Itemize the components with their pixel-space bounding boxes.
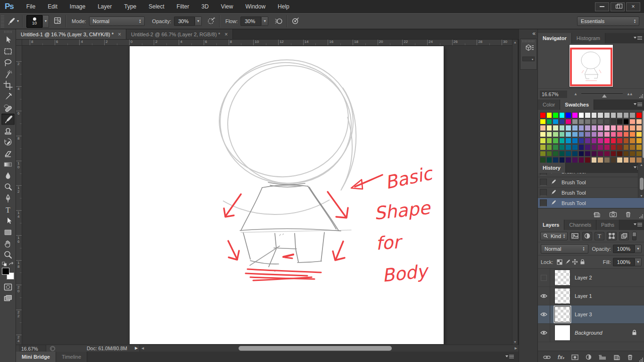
tab-history[interactable]: History (538, 163, 566, 173)
color-swatch[interactable] (540, 138, 546, 144)
color-swatch[interactable] (572, 132, 578, 138)
color-swatch[interactable] (559, 112, 565, 118)
history-step[interactable]: Brush Tool (538, 177, 644, 188)
color-swatch[interactable] (572, 119, 578, 125)
color-swatch[interactable] (559, 138, 565, 144)
color-swatch[interactable] (623, 112, 629, 118)
color-swatch[interactable] (636, 119, 642, 125)
color-swatch[interactable] (546, 125, 553, 131)
lock-pixels-button[interactable] (563, 259, 571, 265)
resize-grip[interactable] (639, 214, 644, 219)
lock-position-button[interactable] (571, 259, 578, 265)
color-swatch[interactable] (565, 125, 571, 131)
color-swatch[interactable] (597, 138, 603, 144)
color-swatch[interactable] (623, 132, 629, 138)
opacity-control[interactable]: 30% ▾ (174, 16, 202, 26)
color-swatch[interactable] (585, 138, 591, 144)
layer-row[interactable]: Background (538, 324, 644, 342)
document-tab[interactable]: Untitled-2 @ 66.7% (Layer 2, RGB/8) * × (126, 29, 233, 39)
menu-item[interactable]: Select (142, 3, 170, 10)
color-swatch[interactable] (636, 144, 642, 150)
color-swatch[interactable] (617, 138, 623, 144)
workspace-select[interactable]: Essentials ▴▾ (577, 16, 639, 26)
pressure-size-button[interactable] (291, 16, 300, 26)
color-swatch[interactable] (540, 157, 546, 163)
color-swatch[interactable] (623, 138, 629, 144)
history-source-checkbox[interactable] (540, 173, 547, 175)
color-swatch[interactable] (559, 151, 565, 157)
opacity-dropdown-button[interactable]: ▾ (195, 16, 202, 26)
brush-tool[interactable] (1, 114, 15, 125)
type-tool[interactable]: T (1, 204, 15, 215)
color-swatch[interactable] (565, 144, 571, 150)
filter-kind-select[interactable]: Kind ▴▾ (540, 232, 568, 240)
restore-button[interactable] (611, 2, 625, 11)
bottom-tab[interactable]: Mini Bridge (16, 352, 56, 362)
color-swatch[interactable] (636, 138, 642, 144)
color-swatch[interactable] (572, 112, 578, 118)
color-swatch[interactable] (629, 151, 636, 157)
tab-paths[interactable]: Paths (596, 220, 619, 230)
layer-fill-control[interactable]: 100% ▾ (613, 258, 642, 266)
color-swatch[interactable] (578, 157, 585, 163)
color-swatch[interactable] (617, 125, 623, 131)
layer-name[interactable]: Layer 3 (575, 312, 592, 317)
color-swatch[interactable] (597, 157, 603, 163)
vertical-scrollbar[interactable]: ▲ ▼ (512, 40, 518, 345)
history-scroll-thumb[interactable] (640, 178, 644, 190)
color-swatch[interactable] (617, 157, 623, 163)
zoom-level-field[interactable]: 16.67% (19, 345, 46, 352)
color-swatch[interactable] (591, 151, 597, 157)
horizontal-ruler[interactable]: 8642024681012141618202224262830 (22, 40, 512, 46)
color-swatch[interactable] (553, 119, 559, 125)
color-swatch[interactable] (629, 132, 636, 138)
menu-item[interactable]: Filter (171, 3, 196, 10)
menu-item[interactable]: File (20, 3, 41, 10)
zoom-in-icon[interactable]: ▲▲ (627, 92, 632, 96)
toolbar-grip[interactable] (4, 31, 12, 33)
color-swatch[interactable] (623, 151, 629, 157)
fill-dropdown-button[interactable]: ▾ (635, 258, 642, 266)
collapse-panels-icon[interactable]: « (532, 30, 535, 37)
rectangular-marquee-tool[interactable] (1, 46, 15, 57)
adjustment-layer-icon[interactable] (586, 354, 592, 360)
color-swatch[interactable] (559, 119, 565, 125)
layer-opacity-control[interactable]: 100% ▾ (613, 245, 642, 253)
color-swatch[interactable] (629, 144, 636, 150)
color-swatch[interactable] (585, 119, 591, 125)
resize-grip[interactable] (639, 357, 644, 362)
color-swatch[interactable] (565, 138, 571, 144)
color-swatch[interactable] (597, 112, 603, 118)
navigator-proxy-view[interactable] (570, 48, 612, 86)
document-tab[interactable]: Untitled-1 @ 16.7% (Layer 3, CMYK/8) * × (16, 29, 126, 39)
resize-grip[interactable] (639, 94, 644, 99)
color-swatch[interactable] (578, 112, 585, 118)
bottom-tab[interactable]: Timeline (56, 352, 87, 362)
canvas-viewport[interactable]: Basic Shape for Body (22, 46, 512, 345)
color-swatch[interactable] (611, 157, 617, 163)
color-swatch[interactable] (604, 157, 610, 163)
color-swatch[interactable] (591, 157, 597, 163)
color-swatch[interactable] (585, 144, 591, 150)
color-swatch[interactable] (546, 138, 553, 144)
scroll-down-icon[interactable]: ▼ (640, 194, 643, 197)
color-swatch[interactable] (553, 151, 559, 157)
filter-toggle-switch[interactable] (632, 232, 636, 240)
menu-item[interactable]: Edit (41, 3, 64, 10)
color-swatch[interactable] (540, 151, 546, 157)
color-swatch[interactable] (617, 132, 623, 138)
panel-menu-icon[interactable] (634, 36, 642, 41)
lasso-tool[interactable] (1, 57, 15, 68)
status-menu-icon[interactable] (50, 346, 55, 351)
color-swatch[interactable] (629, 125, 636, 131)
color-swatch[interactable] (572, 157, 578, 163)
color-swatch[interactable] (578, 138, 585, 144)
collapsed-3d-panel[interactable]: ▾ (520, 39, 537, 70)
horizontal-scrollbar[interactable]: ◀ ▶ (140, 345, 519, 352)
scroll-left-icon[interactable]: ◀ (141, 346, 144, 350)
color-swatch[interactable] (553, 132, 559, 138)
menu-item[interactable]: Window (239, 3, 272, 10)
color-swatch[interactable] (540, 112, 546, 118)
navigator-thumbnail[interactable] (570, 45, 613, 87)
options-grip[interactable] (1, 15, 4, 27)
